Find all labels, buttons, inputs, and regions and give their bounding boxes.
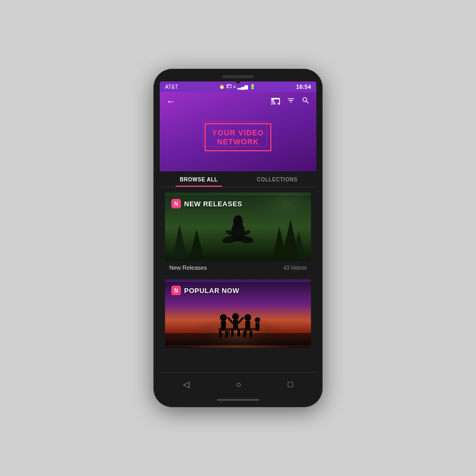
nav-actions	[271, 96, 310, 107]
phone-screen: AT&T ⏰ ≡ ▂▄▆ 🔋 16:54	[160, 81, 316, 396]
home-indicator	[217, 399, 259, 401]
signal-icon: ▂▄▆	[237, 84, 248, 89]
svg-point-35	[255, 317, 260, 323]
new-releases-thumbnail: N NEW RELEASES	[165, 193, 311, 261]
svg-rect-23	[219, 331, 222, 337]
svg-rect-32	[245, 321, 250, 331]
svg-rect-30	[237, 329, 240, 336]
sort-icon: ≡	[233, 84, 236, 89]
bottom-nav: ◁ ○ □	[160, 372, 316, 396]
new-releases-card-title: New Releases	[169, 264, 207, 271]
new-releases-title: NEW RELEASES	[184, 200, 242, 208]
popular-now-label: N POPULAR NOW	[171, 286, 239, 295]
content-area: N NEW RELEASES New Releases 43 Videos	[160, 187, 316, 372]
svg-rect-34	[250, 331, 252, 337]
svg-rect-24	[225, 331, 228, 337]
phone-camera	[236, 79, 240, 84]
svg-point-25	[232, 313, 239, 320]
popular-now-card[interactable]: N POPULAR NOW	[165, 279, 311, 348]
tab-collections[interactable]: COLLECTIONS	[238, 171, 316, 187]
svg-point-31	[244, 314, 251, 321]
app-header: ←	[160, 92, 316, 171]
tab-browse-all[interactable]: BROWSE ALL	[160, 171, 238, 187]
back-button[interactable]: ←	[166, 96, 176, 107]
svg-point-10	[233, 215, 243, 229]
cast-icon	[226, 84, 232, 90]
home-nav-button[interactable]: ○	[227, 378, 250, 391]
new-releases-card[interactable]: N NEW RELEASES New Releases 43 Videos	[165, 193, 311, 274]
battery-icon: 🔋	[250, 84, 255, 89]
search-button[interactable]	[301, 96, 310, 107]
svg-rect-26	[233, 320, 238, 329]
filter-button[interactable]	[287, 96, 295, 107]
status-time: 16:54	[296, 84, 311, 90]
popular-now-title: POPULAR NOW	[184, 287, 239, 295]
tabs-bar: BROWSE ALL COLLECTIONS	[160, 171, 316, 187]
alarm-icon: ⏰	[219, 84, 225, 89]
brand-icon-popular-now: N	[171, 286, 181, 295]
brand-icon-new-releases: N	[171, 199, 181, 208]
new-releases-meta: New Releases 43 Videos	[165, 261, 311, 274]
cast-button[interactable]	[271, 96, 280, 107]
status-icons: ⏰ ≡ ▂▄▆ 🔋	[219, 84, 256, 90]
recents-nav-button[interactable]: □	[279, 378, 301, 391]
svg-rect-29	[231, 329, 234, 336]
app-logo: YOUR VIDEO NETWORK	[205, 123, 271, 152]
back-nav-button[interactable]: ◁	[175, 377, 198, 391]
new-releases-count: 43 Videos	[283, 265, 307, 271]
svg-rect-36	[255, 323, 259, 331]
popular-now-thumbnail: N POPULAR NOW	[165, 279, 311, 348]
svg-rect-19	[228, 330, 230, 335]
svg-rect-33	[243, 331, 246, 337]
phone-device: AT&T ⏰ ≡ ▂▄▆ 🔋 16:54	[153, 69, 323, 407]
nav-row: ←	[166, 96, 310, 107]
logo-text: YOUR VIDEO NETWORK	[212, 129, 264, 147]
svg-rect-22	[221, 321, 226, 331]
phone-speaker	[222, 75, 254, 78]
new-releases-label: N NEW RELEASES	[171, 199, 242, 208]
carrier-text: AT&T	[165, 84, 178, 90]
logo-container: YOUR VIDEO NETWORK	[166, 112, 310, 163]
svg-point-21	[220, 314, 227, 321]
